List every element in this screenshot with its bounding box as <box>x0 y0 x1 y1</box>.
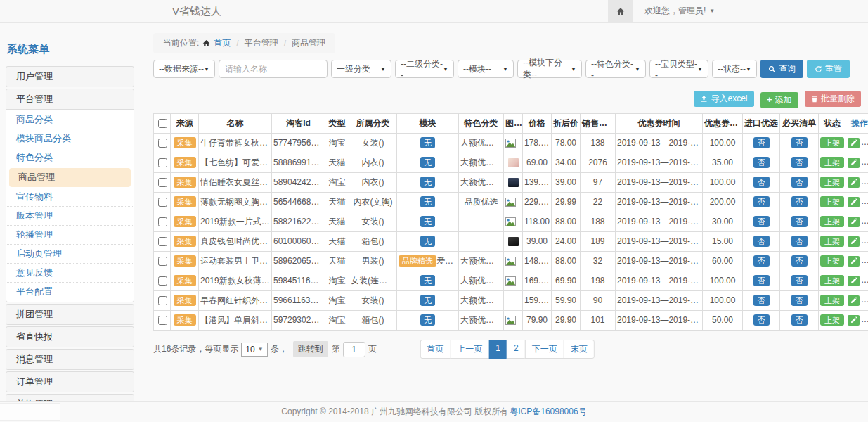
import-select-toggle[interactable]: 否 <box>753 314 770 326</box>
sidebar-subitem-goods-category[interactable]: 商品分类 <box>7 110 133 129</box>
edit-button[interactable] <box>848 158 860 168</box>
sales-cell: 90 <box>581 290 616 310</box>
status-button[interactable]: 上架 <box>820 177 844 188</box>
sidebar-subitem-module-goods-category[interactable]: 模块商品分类 <box>7 129 133 148</box>
pager-last[interactable]: 末页 <box>564 340 595 359</box>
sidebar-section-exchange-mgmt: 兑换管理 <box>6 394 134 401</box>
edit-button[interactable] <box>848 236 860 247</box>
row-checkbox[interactable] <box>158 139 167 148</box>
page-number-input[interactable] <box>343 342 365 357</box>
import-select-toggle[interactable]: 否 <box>753 295 770 306</box>
sidebar-subitem-feature-category[interactable]: 特色分类 <box>7 148 133 167</box>
edit-button[interactable] <box>848 256 860 267</box>
edit-button[interactable] <box>848 295 860 306</box>
batch-delete-button[interactable]: 批量删除 <box>805 91 861 107</box>
import-select-toggle[interactable]: 否 <box>753 236 770 247</box>
home-nav-button[interactable] <box>608 0 633 22</box>
must-buy-toggle[interactable]: 否 <box>791 275 808 286</box>
status-button[interactable]: 上架 <box>820 236 844 247</box>
footer: Copyright © 2014-2018 广州九驰网络科技有限公司 版权所有 … <box>0 401 868 422</box>
pager-next[interactable]: 下一页 <box>525 340 564 359</box>
status-button[interactable]: 上架 <box>820 137 844 148</box>
add-button[interactable]: + 添加 <box>760 92 798 108</box>
must-buy-toggle[interactable]: 否 <box>791 255 808 267</box>
import-excel-button[interactable]: 导入excel <box>694 91 753 107</box>
user-dropdown[interactable]: 欢迎您，管理员! ▼ <box>633 0 868 22</box>
import-select-toggle[interactable]: 否 <box>753 255 770 267</box>
search-button[interactable]: 查询 <box>760 60 803 78</box>
row-checkbox[interactable] <box>158 158 167 167</box>
item-type-select[interactable]: --宝贝类型--▼ <box>649 60 708 78</box>
edit-button[interactable] <box>848 276 860 286</box>
status-button[interactable]: 上架 <box>820 157 844 168</box>
sidebar-subitem-platform-config[interactable]: 平台配置 <box>7 283 133 301</box>
import-select-toggle[interactable]: 否 <box>753 275 770 286</box>
sidebar-item-exchange-mgmt[interactable]: 兑换管理 <box>6 395 134 401</box>
level2-category-select[interactable]: --二级分类--▼ <box>395 60 454 78</box>
row-checkbox[interactable] <box>158 296 167 305</box>
row-checkbox[interactable] <box>158 316 167 325</box>
pager-page-1[interactable]: 1 <box>488 340 507 359</box>
import-select-toggle[interactable]: 否 <box>753 137 770 148</box>
jump-to-button[interactable]: 跳转到 <box>293 341 328 357</box>
breadcrumb-home-link[interactable]: 首页 <box>214 37 231 49</box>
status-button[interactable]: 上架 <box>820 196 844 207</box>
sidebar-item-user-mgmt[interactable]: 用户管理 <box>6 67 134 87</box>
sidebar-subitem-promo-material[interactable]: 宣传物料 <box>7 188 133 207</box>
pager-first[interactable]: 首页 <box>420 340 451 359</box>
edit-button[interactable] <box>848 315 860 326</box>
sidebar-item-message-mgmt[interactable]: 消息管理 <box>6 350 134 369</box>
sidebar-subitem-splash-page-mgmt[interactable]: 启动页管理 <box>7 245 133 264</box>
import-select-toggle[interactable]: 否 <box>753 177 770 188</box>
must-buy-toggle[interactable]: 否 <box>791 236 808 247</box>
sidebar-item-express-news[interactable]: 省直快报 <box>6 327 134 347</box>
status-select[interactable]: --状态--▼ <box>712 60 757 78</box>
must-buy-toggle[interactable]: 否 <box>791 196 808 207</box>
module-select[interactable]: --模块--▼ <box>458 60 514 78</box>
status-button[interactable]: 上架 <box>820 216 844 227</box>
row-checkbox[interactable] <box>158 198 167 207</box>
icp-link[interactable]: 粤ICP备16098006号 <box>510 406 586 418</box>
per-page-select[interactable]: 10 ▼ <box>241 343 267 357</box>
pager-prev[interactable]: 上一页 <box>450 340 489 359</box>
sidebar-item-order-mgmt[interactable]: 订单管理 <box>6 372 134 392</box>
reset-button[interactable]: 重置 <box>807 60 850 78</box>
status-button[interactable]: 上架 <box>820 295 844 306</box>
feature-category-select[interactable]: --特色分类--▼ <box>585 60 646 78</box>
module-subcategory-select[interactable]: --模块下分类--▼ <box>517 60 582 78</box>
must-buy-toggle[interactable]: 否 <box>791 177 808 188</box>
must-buy-toggle[interactable]: 否 <box>791 216 808 227</box>
sidebar-item-group-buy-mgmt[interactable]: 拼团管理 <box>6 305 134 324</box>
edit-button[interactable] <box>848 177 860 188</box>
row-checkbox[interactable] <box>158 276 167 286</box>
must-buy-toggle[interactable]: 否 <box>791 295 808 306</box>
row-checkbox[interactable] <box>158 257 167 266</box>
sidebar-subitem-feedback[interactable]: 意见反馈 <box>7 264 133 283</box>
must-buy-toggle[interactable]: 否 <box>791 314 808 326</box>
status-button[interactable]: 上架 <box>820 255 844 267</box>
edit-button[interactable] <box>848 217 860 227</box>
sidebar-subitem-goods-mgmt[interactable]: 商品管理 <box>9 168 131 187</box>
pager-page-2[interactable]: 2 <box>507 340 526 359</box>
sidebar-item-platform-mgmt[interactable]: 平台管理 <box>6 89 134 109</box>
row-checkbox[interactable] <box>158 217 167 226</box>
import-select-toggle[interactable]: 否 <box>753 157 770 168</box>
sidebar-subitem-version-mgmt[interactable]: 版本管理 <box>7 207 133 226</box>
name-input[interactable] <box>219 60 328 78</box>
edit-button[interactable] <box>848 138 860 148</box>
select-all-checkbox[interactable] <box>158 119 167 128</box>
import-select-toggle[interactable]: 否 <box>753 196 770 207</box>
must-buy-toggle[interactable]: 否 <box>791 137 808 148</box>
status-button[interactable]: 上架 <box>820 275 844 286</box>
level1-category-select[interactable]: 一级分类▼ <box>331 60 391 78</box>
row-checkbox[interactable] <box>158 178 167 187</box>
data-source-select[interactable]: --数据来源--▼ <box>153 60 215 78</box>
table-header-row: 来源名称淘客Id类型所属分类模块特色分类图标价格折后价销售数量优惠券时间优惠券金… <box>154 113 868 133</box>
must-buy-toggle[interactable]: 否 <box>791 157 808 168</box>
edit-icon <box>850 218 857 225</box>
import-select-toggle[interactable]: 否 <box>753 216 770 227</box>
status-button[interactable]: 上架 <box>820 314 844 326</box>
edit-button[interactable] <box>848 197 860 207</box>
sidebar-subitem-carousel-mgmt[interactable]: 轮播管理 <box>7 226 133 245</box>
row-checkbox[interactable] <box>158 237 167 246</box>
